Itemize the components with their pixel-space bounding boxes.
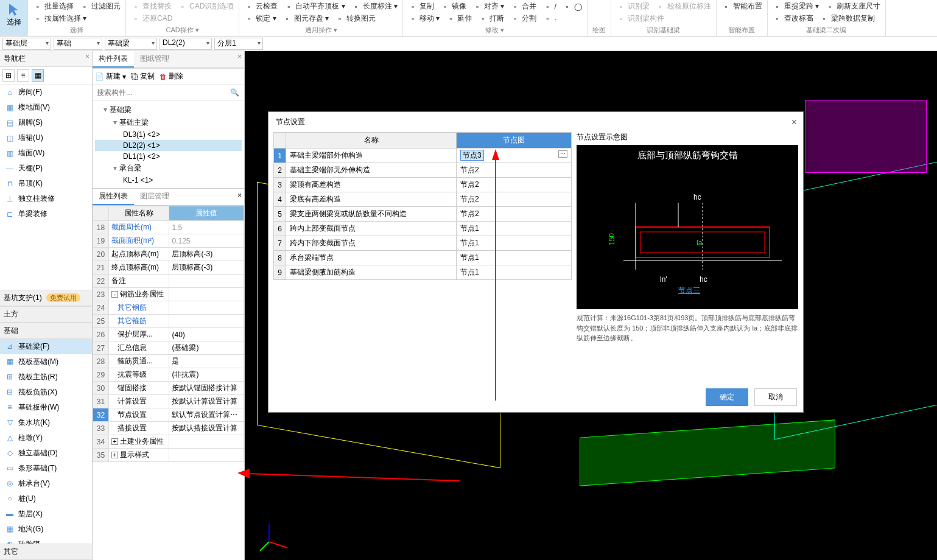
tree-item[interactable]: DL2(2) <1> <box>95 140 242 151</box>
property-row[interactable]: 30 锚固搭接按默认锚固搭接计算 <box>93 382 244 395</box>
combo-type[interactable]: 基础梁 <box>105 38 157 50</box>
nav-section-earth[interactable]: 土方 <box>0 306 92 323</box>
property-row[interactable]: 21终点顶标高(m)层顶标高(-3) <box>93 261 244 275</box>
combo-member[interactable]: DL2(2) <box>160 38 212 50</box>
ribbon-item[interactable]: ▫识别梁 <box>616 1 650 12</box>
ribbon-item[interactable]: ▫对齐 ▾ <box>472 1 504 12</box>
node-value-cell[interactable]: 节点2 <box>457 207 572 222</box>
tab-layer-mgmt[interactable]: 图层管理 <box>134 189 175 205</box>
node-value-cell[interactable]: 节点2 <box>457 163 572 178</box>
nav-item[interactable]: ▤踢脚(S) <box>0 115 92 130</box>
property-value[interactable]: (基础梁) <box>169 341 244 355</box>
close-icon[interactable]: × <box>85 52 89 61</box>
node-value-cell[interactable]: 节点2 <box>457 192 572 207</box>
nav-item[interactable]: ▦地沟(G) <box>0 522 92 537</box>
property-value[interactable] <box>169 315 244 328</box>
ribbon-item[interactable]: ▫重提梁跨 ▾ <box>773 1 819 12</box>
ribbon-item[interactable]: ▫锁定 ▾ <box>244 13 276 24</box>
node-row[interactable]: 8承台梁端节点节点1 <box>274 251 572 265</box>
nav-item[interactable]: ⊏单梁装修 <box>0 206 92 222</box>
nav-item[interactable]: —天棚(P) <box>0 161 92 176</box>
node-row[interactable]: 3梁顶有高差构造节点2 <box>274 178 572 192</box>
nav-item[interactable]: ◐砖胎膜 <box>0 537 92 544</box>
node-row[interactable]: 9基础梁侧腋加筋构造节点1 <box>274 265 572 280</box>
property-value[interactable]: 层顶标高(-3) <box>169 248 244 261</box>
property-row[interactable]: 24 其它钢筋 <box>93 301 244 315</box>
ribbon-item[interactable]: ▫延伸 <box>446 13 472 24</box>
ribbon-item[interactable]: ▫分割 <box>510 13 536 24</box>
nav-item[interactable]: ⊓吊顶(K) <box>0 176 92 191</box>
node-row[interactable]: 5梁支座两侧梁宽或纵筋数量不同构造节点2 <box>274 207 572 222</box>
nav-section-foundation[interactable]: 基础 <box>0 323 92 339</box>
nav-item[interactable]: ▥墙面(W) <box>0 145 92 161</box>
property-value[interactable]: (非抗震) <box>169 368 244 382</box>
nav-item[interactable]: ≡基础板带(W) <box>0 400 92 415</box>
node-value-cell[interactable]: 节点1 <box>457 236 572 251</box>
property-value[interactable] <box>169 288 244 301</box>
tab-drawing-mgmt[interactable]: 图纸管理 <box>134 51 175 68</box>
nav-view-grid[interactable]: ▦ <box>32 69 44 82</box>
ribbon-item[interactable]: ▫◯ <box>563 1 582 12</box>
property-value[interactable] <box>169 435 244 449</box>
combo-floor[interactable]: 基础层 <box>2 38 51 50</box>
ribbon-item[interactable]: ▫复制 <box>408 1 434 12</box>
nav-item[interactable]: ○桩(U) <box>0 491 92 506</box>
node-value-cell[interactable]: 节点2 <box>457 178 572 192</box>
cancel-button[interactable]: 取消 <box>754 388 797 406</box>
tree-item[interactable]: KL-1 <1> <box>95 175 242 186</box>
nav-view-list[interactable]: ≡ <box>17 69 29 82</box>
property-value[interactable] <box>169 449 244 462</box>
ribbon-item[interactable]: ▫按属性选择 ▾ <box>33 13 86 24</box>
ribbon-item[interactable]: ▫识别梁构件 <box>616 13 664 24</box>
property-value[interactable] <box>169 301 244 315</box>
ellipsis-button[interactable]: ⋯ <box>230 410 237 419</box>
nav-item[interactable]: △柱墩(Y) <box>0 430 92 446</box>
ribbon-item[interactable]: ▫镜像 <box>440 1 466 12</box>
ribbon-item[interactable]: ▫/ <box>542 1 556 12</box>
ribbon-item[interactable]: ▫查找替换 <box>131 1 172 12</box>
property-row[interactable]: 34+土建业务属性 <box>93 435 244 449</box>
property-value[interactable]: 默认节点设置计算⋯ <box>169 408 244 422</box>
nav-item[interactable]: ◫墙裙(U) <box>0 130 92 145</box>
ribbon-item[interactable]: ▫CAD识别选项 <box>178 1 234 12</box>
tree-item[interactable]: ▾基础主梁 <box>95 116 242 129</box>
ribbon-item[interactable]: ▫· <box>542 13 556 24</box>
combo-category[interactable]: 基础 <box>54 38 102 50</box>
nav-item[interactable]: ⊿基础梁(F) <box>0 339 92 354</box>
ribbon-item[interactable]: ▫打断 <box>478 13 504 24</box>
property-row[interactable]: 35+显示样式 <box>93 449 244 462</box>
new-button[interactable]: 📄新建 ▾ <box>95 71 126 82</box>
property-value[interactable]: (40) <box>169 328 244 341</box>
node-value-cell[interactable]: 节点1 <box>457 251 572 265</box>
ribbon-item[interactable]: ▫长度标注 ▾ <box>351 1 398 12</box>
copy-button[interactable]: ⿻复制 <box>131 71 155 82</box>
node-value-cell[interactable]: 节点1 <box>457 222 572 236</box>
property-row[interactable]: 26 保护层厚...(40) <box>93 328 244 341</box>
property-value[interactable]: 0.125 <box>169 234 244 248</box>
tree-item[interactable]: ▾承台梁 <box>95 162 242 175</box>
ribbon-item[interactable]: ▫移动 ▾ <box>408 13 440 24</box>
ribbon-item[interactable]: ▫过滤图元 <box>80 1 121 12</box>
nav-item[interactable]: ◎桩承台(V) <box>0 476 92 491</box>
nav-section-other[interactable]: 其它 <box>0 544 92 560</box>
tree-toggle-icon[interactable]: ▾ <box>113 164 117 172</box>
nav-view-tree[interactable]: ⊞ <box>2 69 15 82</box>
combo-layer[interactable]: 分层1 <box>214 38 263 50</box>
node-value-cell[interactable]: 节点1 <box>457 265 572 280</box>
property-value[interactable]: 按默认锚固搭接计算 <box>169 382 244 395</box>
property-row[interactable]: 31 计算设置按默认计算设置计算 <box>93 395 244 408</box>
ellipsis-button[interactable]: ⋯ <box>558 150 567 158</box>
property-row[interactable]: 27 汇总信息(基础梁) <box>93 341 244 355</box>
property-row[interactable]: 29 抗震等级(非抗震) <box>93 368 244 382</box>
nav-item[interactable]: ⊥独立柱装修 <box>0 191 92 206</box>
close-icon[interactable]: × <box>237 52 242 61</box>
node-row[interactable]: 2基础主梁端部无外伸构造节点2 <box>274 163 572 178</box>
expand-icon[interactable]: + <box>111 438 118 445</box>
ribbon-select-tool[interactable]: 选择 <box>0 0 28 36</box>
tab-property-list[interactable]: 属性列表 <box>93 189 134 205</box>
ok-button[interactable]: 确定 <box>706 388 748 406</box>
property-value[interactable]: 按默认搭接设置计算 <box>169 422 244 435</box>
ribbon-item[interactable]: ▫查改标高 <box>773 13 813 24</box>
property-row[interactable]: 28 箍筋贯通...是 <box>93 355 244 368</box>
tree-item[interactable]: DL1(1) <2> <box>95 151 242 162</box>
